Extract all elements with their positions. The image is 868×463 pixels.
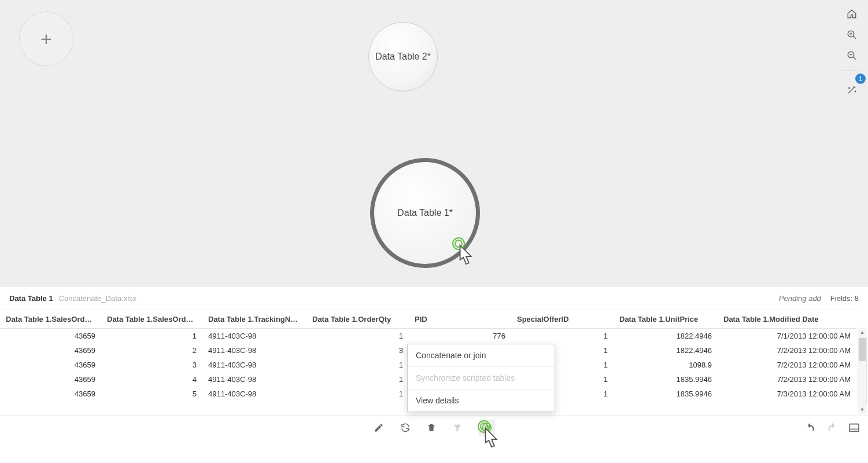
selected-table-title: Data Table 1 bbox=[9, 294, 53, 303]
cell: 1822.4946 bbox=[614, 329, 718, 344]
zoom-in-icon[interactable] bbox=[845, 28, 859, 42]
cell: 4911-403C-98 bbox=[202, 387, 306, 401]
canvas-area[interactable]: + Data Table 2* Data Table 1* 1 bbox=[0, 0, 868, 286]
cell: 5 bbox=[101, 387, 202, 401]
cell: 7/2/2013 12:00:00 AM bbox=[718, 372, 856, 387]
data-table-2-node[interactable]: Data Table 2* bbox=[368, 22, 438, 91]
toolbar-divider bbox=[841, 71, 862, 71]
cell: 3 bbox=[101, 358, 202, 372]
concatenate-action-icon[interactable] bbox=[479, 420, 495, 436]
cell: 1 bbox=[306, 358, 409, 372]
table-row[interactable]: 43659 1 4911-403C-98 1 776 1 1822.4946 7… bbox=[0, 329, 856, 344]
undo-icon[interactable] bbox=[804, 422, 816, 433]
recommendations-button[interactable]: 1 bbox=[841, 79, 862, 100]
column-header[interactable]: Data Table 1.SalesOrder... bbox=[101, 310, 202, 329]
scroll-down-icon[interactable]: ▼ bbox=[858, 405, 867, 414]
cell: 7/2/2013 12:00:00 AM bbox=[718, 358, 856, 372]
column-header[interactable]: Data Table 1.SalesOrderID bbox=[0, 310, 101, 329]
info-bar: Data Table 1 Concatenate_Data.xlsx Pendi… bbox=[0, 286, 868, 310]
cell: 7/3/2013 12:00:00 AM bbox=[718, 387, 856, 401]
node-label: Data Table 2* bbox=[375, 52, 431, 62]
svg-point-9 bbox=[482, 423, 491, 432]
column-header[interactable]: SpecialOfferID bbox=[511, 310, 614, 329]
cell: 776 bbox=[409, 329, 511, 344]
column-header[interactable]: Data Table 1.UnitPrice bbox=[614, 310, 718, 329]
cell: 4911-403C-98 bbox=[202, 372, 306, 387]
pending-status: Pending add bbox=[779, 294, 821, 303]
table-scrollbar[interactable]: ▲ ▼ bbox=[858, 328, 867, 414]
cell: 7/2/2013 12:00:00 AM bbox=[718, 343, 856, 358]
cell: 1835.9946 bbox=[614, 387, 718, 401]
menu-synchronize-scripted-tables: Synchronize scripted tables bbox=[408, 366, 555, 389]
scroll-up-icon[interactable]: ▲ bbox=[858, 328, 867, 337]
fields-count: Fields: 8 bbox=[830, 294, 859, 303]
add-data-button[interactable]: + bbox=[19, 12, 73, 66]
scroll-thumb[interactable] bbox=[859, 338, 866, 361]
cell: 1098.9 bbox=[614, 358, 718, 372]
right-toolbar: 1 bbox=[841, 7, 862, 100]
recommendations-badge: 1 bbox=[855, 74, 866, 84]
cell: 2 bbox=[101, 343, 202, 358]
cell: 4911-403C-98 bbox=[202, 343, 306, 358]
redo-icon bbox=[826, 422, 838, 433]
cell: 43659 bbox=[0, 329, 101, 344]
data-table-1-node[interactable]: Data Table 1* bbox=[370, 158, 480, 268]
bottom-toolbar bbox=[0, 416, 868, 439]
svg-rect-11 bbox=[849, 424, 859, 431]
plus-icon: + bbox=[40, 28, 52, 50]
svg-point-7 bbox=[849, 87, 850, 89]
menu-view-details[interactable]: View details bbox=[408, 389, 555, 411]
table-header-row: Data Table 1.SalesOrderID Data Table 1.S… bbox=[0, 310, 856, 329]
cell: 43659 bbox=[0, 372, 101, 387]
svg-point-8 bbox=[855, 91, 856, 92]
cell: 1822.4946 bbox=[614, 343, 718, 358]
cell: 43659 bbox=[0, 343, 101, 358]
cell: 4 bbox=[101, 372, 202, 387]
column-header[interactable]: Data Table 1.TrackingNum... bbox=[202, 310, 306, 329]
filter-icon bbox=[452, 422, 463, 433]
cell: 1 bbox=[306, 329, 409, 344]
cell: 3 bbox=[306, 343, 409, 358]
delete-icon[interactable] bbox=[427, 422, 436, 433]
column-header[interactable]: Data Table 1.OrderQty bbox=[306, 310, 409, 329]
cell: 1 bbox=[101, 329, 202, 344]
refresh-icon[interactable] bbox=[400, 422, 411, 433]
cell: 4911-403C-98 bbox=[202, 329, 306, 344]
svg-point-10 bbox=[485, 425, 489, 429]
menu-concatenate-or-join[interactable]: Concatenate or join bbox=[408, 344, 555, 366]
panel-toggle-icon[interactable] bbox=[848, 423, 860, 432]
cell: 1 bbox=[511, 329, 614, 344]
svg-line-1 bbox=[853, 36, 856, 39]
cell: 1 bbox=[306, 387, 409, 401]
column-header[interactable]: Data Table 1.Modified Date bbox=[718, 310, 856, 329]
context-menu: Concatenate or join Synchronize scripted… bbox=[407, 344, 555, 412]
source-file-label: Concatenate_Data.xlsx bbox=[59, 294, 136, 303]
cell: 1835.9946 bbox=[614, 372, 718, 387]
cell: 7/1/2013 12:00:00 AM bbox=[718, 329, 856, 344]
column-header[interactable]: PID bbox=[409, 310, 511, 329]
cell: 43659 bbox=[0, 358, 101, 372]
svg-line-5 bbox=[853, 57, 856, 60]
wand-icon bbox=[847, 84, 857, 95]
edit-icon[interactable] bbox=[374, 422, 384, 433]
home-icon[interactable] bbox=[845, 7, 859, 21]
cell: 1 bbox=[306, 372, 409, 387]
zoom-out-icon[interactable] bbox=[845, 49, 859, 63]
cell: 4911-403C-98 bbox=[202, 358, 306, 372]
node-label: Data Table 1* bbox=[397, 208, 453, 218]
cell: 43659 bbox=[0, 387, 101, 401]
